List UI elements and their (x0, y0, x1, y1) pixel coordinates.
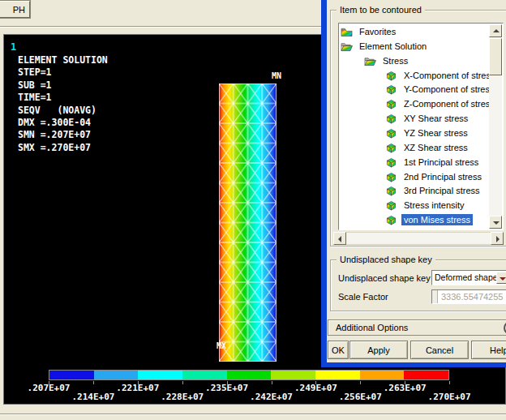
cancel-button[interactable]: Cancel (410, 341, 469, 359)
tree-item-label: Y-Component of stress (401, 84, 496, 95)
legend-value: .228E+07 (161, 392, 204, 402)
scrollbar-thumb[interactable] (489, 38, 502, 75)
item-to-be-contoured-group: Item to be contoured FavoritesElement So… (330, 10, 506, 246)
result-cube-icon (385, 99, 397, 109)
scale-factor-value: 3336.55474255 (441, 292, 503, 302)
tree-item-2nd-principal-stress[interactable]: 2nd Principal stress (339, 171, 489, 185)
tree-item-stress[interactable]: Stress (339, 55, 489, 69)
result-cube-icon (385, 172, 397, 182)
ok-button[interactable]: OK (328, 341, 349, 359)
contour-model-plot (219, 84, 277, 362)
legend-color-segment (227, 371, 272, 379)
contour-item-tree[interactable]: FavoritesElement SolutionStressX-Compone… (338, 23, 504, 230)
solution-annotation-text: ELEMENT SOLUTION STEP=1 SUB =1 TIME=1 SE… (18, 54, 108, 154)
apply-button[interactable]: Apply (349, 341, 408, 359)
tree-item-favorites[interactable]: Favorites (339, 26, 489, 40)
result-cube-icon (385, 128, 397, 139)
legend-value: .242E+07 (250, 392, 293, 402)
result-cube-icon (385, 114, 397, 124)
legend-value: .235E+07 (205, 383, 248, 393)
tree-vertical-scrollbar[interactable] (489, 24, 502, 229)
scroll-left-button[interactable] (333, 232, 346, 245)
legend-color-segment (271, 371, 315, 379)
folder-open-icon (364, 56, 376, 66)
result-cube-icon (385, 143, 397, 153)
tree-rows: FavoritesElement SolutionStressX-Compone… (339, 24, 489, 229)
tree-item-label: Favorites (357, 26, 398, 37)
tree-item-label: YZ Shear stress (401, 127, 470, 139)
tree-item-3rd-principal-stress[interactable]: 3rd Principal stress (339, 185, 489, 199)
contour-legend-bar (49, 370, 449, 380)
dialog-button-row: OKApplyCancelHelp (327, 341, 506, 359)
legend-value: .214E+07 (71, 392, 114, 402)
shape-key-field-label: Undisplaced shape key (338, 273, 431, 283)
legend-value: .263E+07 (384, 383, 427, 393)
scroll-down-button[interactable] (489, 216, 502, 229)
tree-item-1st-principal-stress[interactable]: 1st Principal stress (339, 156, 489, 170)
legend-color-segment (94, 371, 139, 379)
legend-value: .221E+07 (116, 383, 159, 393)
additional-options-label: Additional Options (336, 323, 408, 332)
result-cube-icon (385, 71, 397, 81)
legend-color-segment (315, 371, 360, 379)
result-cube-icon (385, 157, 397, 168)
legend-color-segment (138, 371, 182, 379)
group-title: Item to be contoured (337, 5, 425, 15)
result-cube-icon (385, 200, 397, 211)
ansys-application-window: PH 1 ELEMENT SOLUTION STEP=1 SUB =1 TIME… (0, 0, 506, 420)
tree-horizontal-scrollbar[interactable] (333, 232, 504, 245)
tree-item-label: 3rd Principal stress (401, 185, 482, 196)
legend-color-segment (360, 371, 405, 379)
tree-item-z-component-of-stress[interactable]: Z-Component of stress (339, 98, 489, 112)
tree-item-label: Stress (380, 55, 410, 66)
help-button[interactable]: Help (471, 341, 506, 359)
tree-item-y-component-of-stress[interactable]: Y-Component of stress (339, 84, 489, 97)
legend-color-segment (49, 371, 94, 379)
result-cube-icon (385, 215, 397, 225)
toolbar-graph-button[interactable]: PH (0, 1, 30, 18)
legend-color-segment (404, 371, 448, 379)
mesh-overlay (219, 84, 277, 362)
tree-item-label: 2nd Principal stress (401, 171, 484, 182)
result-cube-icon (385, 84, 397, 95)
additional-options-expander[interactable]: Additional Options (328, 319, 506, 336)
tree-item-label: X-Component of stress (401, 70, 498, 81)
legend-value: .249E+07 (294, 383, 337, 393)
tree-item-label: XZ Shear stress (401, 142, 470, 153)
contour-nodal-solution-dialog: Item to be contoured FavoritesElement So… (321, 0, 506, 367)
tree-item-label: von Mises stress (401, 214, 473, 225)
disabled-cell (432, 290, 438, 303)
statusbar-divider (0, 414, 506, 415)
scale-factor-input: 3336.55474255 (431, 289, 506, 304)
tree-item-label: 1st Principal stress (401, 156, 481, 168)
window-number: 1 (11, 41, 16, 53)
dropdown-arrow-icon[interactable] (496, 272, 506, 284)
undisplaced-shape-key-group: Undisplaced shape key Undisplaced shape … (330, 259, 506, 311)
tree-item-label: Z-Component of stress (401, 98, 497, 109)
tree-item-element-solution[interactable]: Element Solution (339, 41, 489, 54)
tree-item-label: XY Shear stress (401, 113, 470, 124)
legend-values: .207E+07.214E+07.221E+07.228E+07.235E+07… (4, 383, 506, 402)
result-cube-icon (385, 186, 397, 196)
max-node-label: MX (217, 341, 226, 350)
tree-item-von-mises-stress[interactable]: von Mises stress (339, 214, 489, 228)
min-node-label: MN (272, 71, 281, 80)
tree-item-xz-shear-stress[interactable]: XZ Shear stress (339, 142, 489, 156)
tree-item-label: Element Solution (357, 41, 429, 52)
legend-color-segment (182, 371, 227, 379)
folder-open-icon (341, 41, 353, 52)
tree-item-stress-intensity[interactable]: Stress intensity (339, 199, 489, 213)
selected-option: Deformed shape or (435, 272, 506, 282)
tree-item-xy-shear-stress[interactable]: XY Shear stress (339, 113, 489, 126)
scroll-up-button[interactable] (489, 24, 502, 37)
group-title: Undisplaced shape key (337, 255, 435, 264)
legend-value: .270E+07 (428, 392, 471, 402)
tree-item-yz-shear-stress[interactable]: YZ Shear stress (339, 127, 489, 141)
scroll-right-button[interactable] (491, 232, 504, 245)
toolbar-divider (0, 26, 321, 28)
tree-item-x-component-of-stress[interactable]: X-Component of stress (339, 70, 489, 84)
undisplaced-shape-key-select[interactable]: Deformed shape or (431, 270, 506, 285)
legend-value: .256E+07 (339, 392, 382, 402)
legend-value: .207E+07 (28, 383, 71, 393)
folder-closed-icon (341, 27, 353, 37)
